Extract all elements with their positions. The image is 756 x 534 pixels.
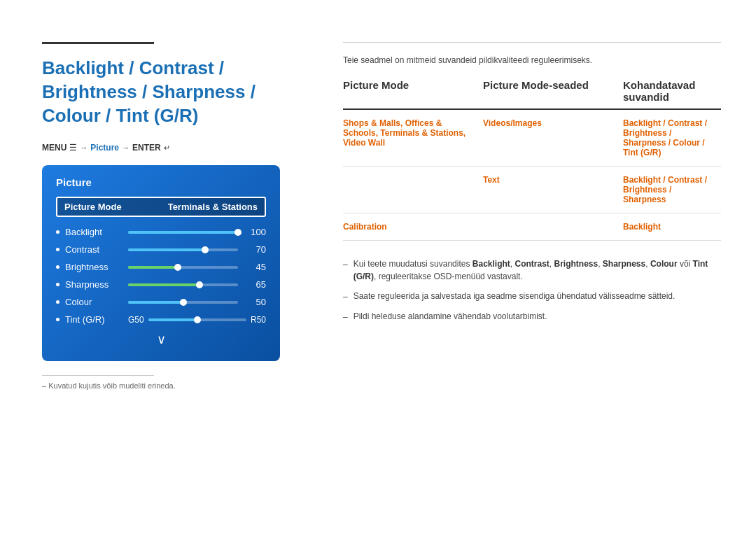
osd-row-brightness[interactable]: Brightness 45	[56, 262, 266, 272]
osd-label-backlight: Backlight	[65, 227, 128, 237]
osd-label-tint: Tint (G/R)	[65, 314, 128, 325]
osd-label-sharpness: Sharpness	[65, 279, 128, 290]
tint-g-label: G50	[128, 315, 144, 325]
row3-suvandid: Backlight	[623, 222, 721, 232]
enter-icon: ↵	[164, 143, 170, 153]
col-picture-mode-seaded: Picture Mode-seaded	[483, 79, 623, 103]
col-picture-mode: Picture Mode	[343, 79, 483, 103]
osd-row-backlight[interactable]: Backlight 100	[56, 227, 266, 237]
note-item-3: – Pildi heleduse alandamine vähendab voo…	[343, 310, 721, 323]
backlight-fill	[128, 231, 238, 234]
note-text-1: Kui teete muudatusi suvandites Backlight…	[354, 258, 721, 283]
sharpness-thumb	[196, 281, 203, 288]
note-dash-2: –	[343, 290, 348, 303]
sharpness-track	[128, 283, 238, 286]
contrast-fill	[128, 248, 205, 251]
row2-suvandid: Backlight / Contrast / Brightness / Shar…	[623, 175, 721, 204]
footnote-line	[42, 375, 154, 376]
table-row: Text Backlight / Contrast / Brightness /…	[343, 167, 721, 213]
backlight-value: 100	[244, 227, 266, 237]
sharpness-slider[interactable]: 65	[128, 279, 266, 290]
brightness-thumb	[174, 264, 181, 271]
note-dash-3: –	[343, 311, 348, 323]
left-column: Backlight / Contrast / Brightness / Shar…	[42, 42, 315, 390]
right-column: Teie seadmel on mitmeid suvandeid pildik…	[343, 42, 721, 390]
contrast-thumb	[202, 246, 209, 253]
note-dash-1: –	[343, 258, 348, 271]
dot-icon	[56, 230, 59, 234]
osd-panel: Picture Picture Mode Terminals & Station…	[42, 165, 280, 361]
tint-fill	[148, 318, 197, 321]
contrast-value: 70	[244, 244, 266, 255]
notes-section: – Kui teete muudatusi suvandites Backlig…	[343, 258, 721, 323]
arrow-1: →	[80, 143, 88, 152]
colour-slider[interactable]: 50	[128, 297, 266, 307]
note-text-3: Pildi heleduse alandamine vähendab voolu…	[354, 310, 547, 323]
row1-seaded: Videos/Images	[483, 118, 623, 128]
table-row: Calibration Backlight	[343, 213, 721, 241]
osd-row-contrast[interactable]: Contrast 70	[56, 244, 266, 255]
dot-icon	[56, 283, 59, 286]
menu-icon: ☰	[69, 143, 77, 153]
brightness-fill	[128, 266, 178, 269]
row2-seaded: Text	[483, 175, 623, 185]
note-item-1: – Kui teete muudatusi suvandites Backlig…	[343, 258, 721, 283]
picture-link[interactable]: Picture	[90, 143, 119, 153]
osd-row-tint[interactable]: Tint (G/R) G50 R50	[56, 314, 266, 325]
osd-chevron-icon[interactable]: ∨	[56, 332, 266, 347]
dot-icon	[56, 248, 59, 251]
dot-icon	[56, 318, 59, 321]
arrow-2: →	[122, 143, 130, 152]
colour-value: 50	[244, 297, 266, 307]
table-row: Shops & Malls, Offices & Schools, Termin…	[343, 110, 721, 167]
backlight-slider[interactable]: 100	[128, 227, 266, 237]
colour-track	[128, 301, 238, 304]
osd-mode-bar[interactable]: Picture Mode Terminals & Stations	[56, 197, 266, 217]
note-text-2: Saate reguleerida ja salvestada iga sead…	[354, 290, 676, 302]
tint-track	[148, 318, 246, 321]
sharpness-fill	[128, 283, 200, 286]
brightness-slider[interactable]: 45	[128, 262, 266, 272]
note-item-2: – Saate reguleerida ja salvestada iga se…	[343, 290, 721, 303]
row1-suvandid: Backlight / Contrast / Brightness / Shar…	[623, 118, 721, 157]
page-title: Backlight / Contrast / Brightness / Shar…	[42, 57, 315, 127]
osd-mode-label: Picture Mode	[64, 202, 122, 212]
menu-path: MENU ☰ → Picture → ENTER ↵	[42, 143, 315, 153]
tint-slider[interactable]: G50 R50	[128, 315, 266, 325]
dot-icon	[56, 265, 59, 269]
top-decorative-line	[42, 42, 154, 44]
osd-mode-value: Terminals & Stations	[168, 202, 258, 212]
footnote-text: – Kuvatud kujutis võib mudeliti erineda.	[42, 381, 315, 390]
enter-label: ENTER	[132, 143, 161, 153]
right-top-line	[343, 42, 721, 43]
row3-mode: Calibration	[343, 222, 483, 232]
brightness-value: 45	[244, 262, 266, 272]
dot-icon	[56, 300, 59, 304]
menu-label: MENU	[42, 143, 66, 153]
brightness-track	[128, 266, 238, 269]
backlight-thumb	[234, 229, 241, 236]
colour-fill	[128, 301, 183, 304]
backlight-track	[128, 231, 238, 234]
osd-header: Picture	[56, 176, 266, 188]
col-kohandatavad: Kohandatavad suvandid	[623, 79, 721, 103]
osd-label-brightness: Brightness	[65, 262, 128, 272]
tint-thumb	[194, 316, 201, 323]
tint-r-label: R50	[251, 315, 266, 325]
sharpness-value: 65	[244, 279, 266, 290]
contrast-slider[interactable]: 70	[128, 244, 266, 255]
osd-label-colour: Colour	[65, 297, 128, 307]
osd-label-contrast: Contrast	[65, 244, 128, 255]
row1-mode: Shops & Malls, Offices & Schools, Termin…	[343, 118, 483, 148]
contrast-track	[128, 248, 238, 251]
osd-row-colour[interactable]: Colour 50	[56, 297, 266, 307]
intro-text: Teie seadmel on mitmeid suvandeid pildik…	[343, 55, 721, 65]
colour-thumb	[180, 299, 187, 306]
osd-row-sharpness[interactable]: Sharpness 65	[56, 279, 266, 290]
table-header: Picture Mode Picture Mode-seaded Kohanda…	[343, 79, 721, 110]
